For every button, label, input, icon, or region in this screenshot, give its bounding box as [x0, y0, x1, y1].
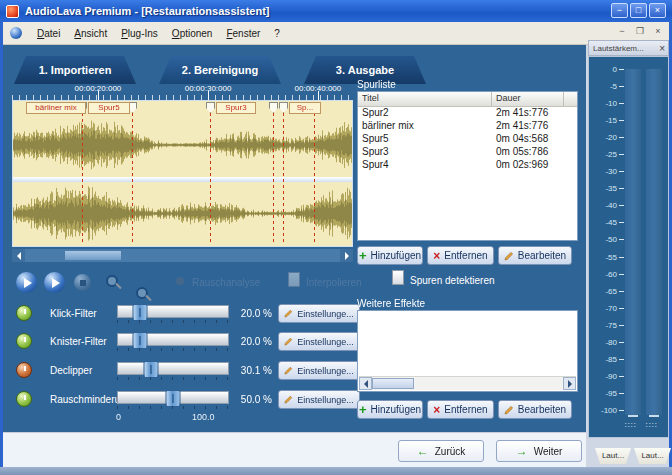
scroll-right-icon[interactable] [340, 249, 353, 262]
waveform-channel-left[interactable] [13, 113, 352, 177]
zoom-in-icon[interactable] [106, 275, 118, 287]
title-bar: AudioLava Premium - [Restaurationsassist… [0, 0, 672, 22]
menu-item-?[interactable]: ? [267, 25, 287, 42]
filter-power-toggle[interactable] [16, 333, 32, 349]
rauschanalyse-button[interactable]: Rauschanalyse [192, 277, 260, 288]
meter-scale-tick [619, 154, 624, 155]
waveform-panel[interactable]: bärliner mixSpur5Spur3Sp... [12, 100, 353, 247]
track-marker-flag[interactable] [269, 102, 278, 113]
stop-button[interactable] [74, 274, 91, 291]
menu-item-fenster[interactable]: Fenster [219, 25, 267, 42]
minimize-button[interactable]: − [611, 3, 628, 18]
effects-remove-button[interactable]: ×Entfernen [427, 400, 494, 419]
slider-thumb[interactable] [166, 390, 181, 407]
meter-scale-label: -90 [605, 372, 617, 381]
interpolieren-button[interactable]: Interpolieren [306, 277, 362, 288]
filter-power-toggle[interactable] [16, 391, 32, 407]
meter-panel-header[interactable]: Lautstärkem... × [588, 40, 669, 56]
meter-tab-2[interactable]: Laut... [634, 448, 671, 464]
column-header-titel[interactable]: Titel [358, 92, 492, 106]
tab-bereinigung[interactable]: 2. Bereinigung [159, 56, 281, 84]
filter-power-toggle[interactable] [16, 305, 32, 321]
filter-slider[interactable] [117, 305, 229, 318]
maximize-button[interactable]: □ [630, 3, 647, 18]
slider-scale-max: 100.0 [192, 412, 215, 422]
zoom-out-icon[interactable] [136, 287, 148, 299]
scroll-left-icon[interactable] [12, 249, 25, 262]
menu-item-plugins[interactable]: Plug-Ins [114, 25, 165, 42]
play-selection-button[interactable] [44, 272, 65, 293]
table-row[interactable]: Spur30m 05s:786 [358, 146, 577, 159]
scroll-right-icon[interactable] [563, 377, 576, 390]
waveform-scrollbar-thumb[interactable] [64, 250, 122, 261]
table-row[interactable]: Spur40m 02s:969 [358, 159, 577, 172]
filter-settings-button[interactable]: Einstellunge... [278, 361, 360, 380]
mdi-restore-icon[interactable]: ❐ [634, 26, 646, 36]
filter-settings-button[interactable]: Einstellunge... [278, 390, 360, 409]
track-label[interactable]: bärliner mix [26, 102, 86, 114]
effects-scrollbar[interactable] [359, 376, 576, 390]
table-row[interactable]: Spur22m 41s:776 [358, 107, 577, 120]
mdi-close-icon[interactable]: × [652, 26, 664, 36]
rauschanalyse-icon [176, 277, 184, 285]
track-label[interactable]: Spur5 [88, 102, 130, 114]
waveform-channel-right[interactable] [13, 182, 352, 245]
effects-list[interactable] [357, 310, 578, 392]
meter-scale-label: -15 [605, 116, 617, 125]
slider-thumb[interactable] [133, 304, 148, 321]
meter-scale-label: -50 [605, 235, 617, 244]
next-button[interactable]: →Weiter [496, 440, 582, 462]
pencil-icon [284, 395, 293, 404]
spuren-detektieren-button[interactable]: Spuren detektieren [410, 275, 495, 286]
track-marker-flag[interactable] [206, 102, 215, 113]
track-label[interactable]: Spur3 [216, 102, 256, 114]
spurliste-add-button[interactable]: +Hinzufügen [357, 246, 423, 265]
meter-scale-tick [619, 239, 624, 240]
tab-importieren[interactable]: 1. Importieren [14, 56, 136, 84]
effects-add-button[interactable]: +Hinzufügen [357, 400, 423, 419]
menu-item-optionen[interactable]: Optionen [165, 25, 220, 42]
meter-close-icon[interactable]: × [659, 43, 665, 54]
filter-slider[interactable] [117, 362, 229, 375]
spurliste-remove-button[interactable]: ×Entfernen [427, 246, 494, 265]
document-icon [10, 27, 22, 39]
meter-scale-label: -25 [605, 150, 617, 159]
meter-scale-label: -20 [605, 133, 617, 142]
slider-thumb[interactable] [133, 332, 148, 349]
close-button[interactable]: × [649, 3, 666, 18]
track-list-header[interactable]: Titel Dauer [358, 92, 577, 107]
table-row[interactable]: bärliner mix2m 41s:776 [358, 120, 577, 133]
back-button[interactable]: ←Zurück [398, 440, 484, 462]
meter-scale-tick [619, 86, 624, 87]
menu-item-ansicht[interactable]: Ansicht [67, 25, 114, 42]
track-marker-flag[interactable] [279, 102, 288, 113]
table-row[interactable]: Spur50m 04s:568 [358, 133, 577, 146]
filter-power-toggle[interactable] [16, 362, 32, 378]
meter-scale-label: -40 [605, 201, 617, 210]
slider-thumb[interactable] [144, 361, 159, 378]
meter-tab-1[interactable]: Laut... [595, 448, 631, 464]
meter-scale-label: -80 [605, 338, 617, 347]
effects-edit-button[interactable]: Bearbeiten [498, 400, 572, 419]
menu-item-datei[interactable]: Datei [30, 25, 67, 42]
meter-scale-label: -95 [605, 389, 617, 398]
filter-slider[interactable] [117, 333, 229, 346]
meter-scale-label: -75 [605, 321, 617, 330]
filter-settings-button[interactable]: Einstellunge... [278, 304, 360, 323]
filter-slider[interactable] [117, 391, 229, 404]
effects-scrollbar-thumb[interactable] [372, 378, 414, 389]
play-button[interactable] [16, 272, 37, 293]
track-list[interactable]: Titel Dauer Spur22m 41s:776bärliner mix2… [357, 91, 578, 241]
meter-scale-label: -35 [605, 184, 617, 193]
right-arrow-icon: → [516, 444, 528, 458]
track-label[interactable]: Sp... [289, 102, 321, 114]
column-header-dauer[interactable]: Dauer [492, 92, 564, 106]
timeline-ruler[interactable]: 00:00:20:00000:00:30:00000:00:40:000 [12, 85, 353, 100]
waveform-scrollbar[interactable] [12, 249, 353, 262]
filter-settings-button[interactable]: Einstellunge... [278, 332, 360, 351]
meter-bar-left [625, 69, 641, 415]
track-boundary-line [132, 113, 133, 245]
spurliste-edit-button[interactable]: Bearbeiten [498, 246, 572, 265]
mdi-minimize-icon[interactable]: − [616, 26, 628, 36]
scroll-left-icon[interactable] [359, 377, 372, 390]
